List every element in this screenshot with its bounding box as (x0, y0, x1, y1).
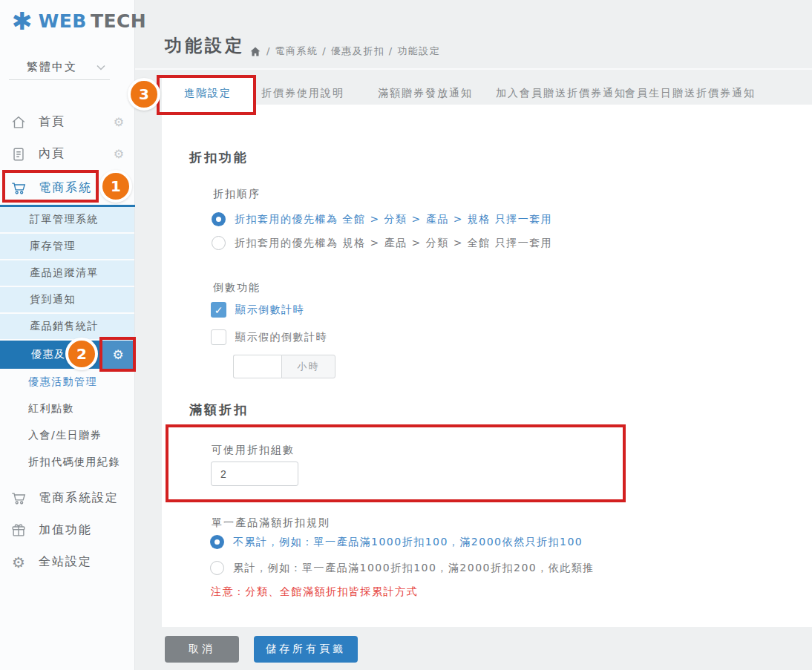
fake-countdown-hours-group: 小時 (233, 355, 335, 378)
group-count-input[interactable] (211, 462, 298, 486)
tab-threshold-coupon-notice[interactable]: 滿額贈券發放通知 (378, 87, 473, 100)
sidebar-item-label: 內頁 (39, 146, 114, 162)
gear-icon[interactable]: ⚙ (114, 115, 124, 129)
sidebar-item-addons[interactable]: 加值功能 (0, 514, 134, 546)
chevron-down-icon (96, 65, 105, 70)
checkbox-label: 顯示假的倒數計時 (235, 331, 327, 344)
radio-priority-site-first[interactable]: 折扣套用的優先權為 全館 > 分類 > 產品 > 規格 只擇一套用 (212, 212, 552, 226)
sidebar-item-label: 庫存管理 (30, 240, 76, 253)
radio-label: 折扣套用的優先權為 規格 > 產品 > 分類 > 全館 只擇一套用 (235, 237, 552, 250)
sidebar-item-label: 首頁 (39, 114, 114, 130)
sidebar-item-label: 訂單管理系統 (30, 213, 99, 226)
divider (135, 68, 812, 70)
cart-icon (10, 490, 27, 507)
gear-icon: ⚙ (112, 347, 123, 362)
section-heading-discount-features: 折扣功能 (189, 149, 249, 166)
logo: ✱ WEBTECH (12, 9, 146, 33)
tab-advanced-settings[interactable]: 進階設定 (184, 87, 232, 100)
app-window: ✱ WEBTECH 繁體中文 首頁 ⚙ 內頁 ⚙ 電商系統 訂單管理系統 庫存管… (0, 0, 812, 670)
sidebar-item-inventory[interactable]: 庫存管理 (0, 234, 134, 259)
save-all-tabs-button[interactable]: 儲存所有頁籤 (254, 636, 358, 663)
sidebar-item-promo-management[interactable]: 優惠活動管理 (0, 369, 134, 395)
sidebar-item-product-tracking[interactable]: 產品追蹤清單 (0, 260, 134, 286)
sidebar-item-arrival-notice[interactable]: 貨到通知 (0, 287, 134, 312)
logo-text-web: WEB (39, 10, 87, 32)
logo-text-tech: TECH (91, 10, 146, 32)
breadcrumb-path: / 電商系統 / 優惠及折扣 / 功能設定 (266, 45, 440, 58)
radio-no-accumulate[interactable]: 不累計，例如：單一產品滿1000折扣100，滿2000依然只折扣100 (210, 535, 583, 549)
sidebar-item-label: 紅利點數 (28, 402, 74, 416)
section-heading-full-discount: 滿額折扣 (189, 401, 249, 418)
logo-text: WEBTECH (39, 10, 147, 32)
hours-unit-addon: 小時 (281, 355, 335, 378)
sidebar-item-site-settings[interactable]: ⚙ 全站設定 (0, 546, 134, 578)
gift-icon (10, 522, 27, 539)
sidebar-item-label: 入會/生日贈券 (28, 429, 102, 442)
checkbox-unchecked-icon (211, 329, 226, 345)
sidebar-item-label: 加值功能 (39, 522, 124, 538)
sidebar-item-bonus-points[interactable]: 紅利點數 (0, 395, 134, 422)
fake-countdown-hours-input[interactable] (233, 355, 281, 378)
radio-unselected-icon (210, 561, 224, 575)
tab-birthday-coupon-notice[interactable]: 會員生日贈送折價券通知 (625, 87, 756, 100)
radio-label: 折扣套用的優先權為 全館 > 分類 > 產品 > 規格 只擇一套用 (235, 213, 552, 226)
single-product-rule-label: 單一產品滿額折扣規則 (212, 516, 330, 530)
content-panel: 折扣功能 折扣順序 折扣套用的優先權為 全館 > 分類 > 產品 > 規格 只擇… (162, 105, 812, 627)
breadcrumb: / 電商系統 / 優惠及折扣 / 功能設定 (249, 45, 440, 58)
radio-selected-icon (210, 535, 224, 549)
checkbox-show-countdown[interactable]: ✓ 顯示倒數計時 (211, 302, 304, 318)
sidebar-item-label: 產品銷售統計 (30, 320, 99, 333)
sidebar-item-label: 優惠活動管理 (28, 375, 97, 389)
discounts-settings-gear-button[interactable]: ⚙ (102, 341, 134, 369)
sidebar-item-ecommerce[interactable]: 電商系統 (0, 172, 134, 204)
sidebar-item-label: 貨到通知 (30, 293, 76, 306)
sidebar-item-label: 折扣代碼使用紀錄 (28, 456, 120, 469)
language-selector-value: 繁體中文 (27, 60, 77, 74)
radio-label: 累計，例如：單一產品滿1000折扣100，滿2000折扣200，依此類推 (233, 562, 595, 575)
sidebar-item-label: 產品追蹤清單 (30, 266, 99, 280)
accumulate-note: 注意：分類、全館滿額折扣皆採累計方式 (211, 585, 418, 599)
radio-accumulate[interactable]: 累計，例如：單一產品滿1000折扣100，滿2000折扣200，依此類推 (210, 561, 595, 575)
sidebar-item-home[interactable]: 首頁 ⚙ (0, 106, 134, 138)
radio-priority-spec-first[interactable]: 折扣套用的優先權為 規格 > 產品 > 分類 > 全館 只擇一套用 (212, 236, 552, 250)
countdown-label: 倒數功能 (213, 281, 261, 295)
checkbox-checked-icon: ✓ (211, 302, 226, 318)
language-selector[interactable]: 繁體中文 (9, 55, 110, 80)
sidebar-item-label: 全站設定 (39, 554, 124, 570)
sidebar-item-sales-stats[interactable]: 產品銷售統計 (0, 314, 134, 339)
page-title: 功能設定 (165, 34, 245, 57)
sidebar-item-join-birthday-coupon[interactable]: 入會/生日贈券 (0, 422, 134, 449)
cart-icon (10, 180, 27, 197)
tab-coupon-instructions[interactable]: 折價券使用說明 (261, 87, 344, 100)
home-icon (249, 46, 261, 57)
document-icon (10, 146, 27, 162)
group-count-label: 可使用折扣組數 (212, 444, 295, 457)
logo-asterisk-icon: ✱ (12, 9, 33, 33)
discount-order-label: 折扣順序 (213, 188, 261, 201)
radio-label: 不累計，例如：單一產品滿1000折扣100，滿2000依然只折扣100 (233, 536, 583, 549)
sidebar: ✱ WEBTECH 繁體中文 首頁 ⚙ 內頁 ⚙ 電商系統 訂單管理系統 庫存管… (0, 0, 135, 670)
checkbox-label: 顯示倒數計時 (235, 303, 304, 317)
sidebar-item-discount-code-history[interactable]: 折扣代碼使用紀錄 (0, 449, 134, 476)
sidebar-item-label: 電商系統 (39, 180, 124, 196)
gear-icon[interactable]: ⚙ (114, 147, 124, 161)
sidebar-item-ecommerce-settings[interactable]: 電商系統設定 (0, 482, 134, 514)
tab-join-member-coupon-notice[interactable]: 加入會員贈送折價券通知 (496, 87, 626, 100)
radio-selected-icon (212, 212, 226, 226)
home-icon (10, 114, 27, 131)
gear-icon: ⚙ (10, 554, 27, 571)
radio-unselected-icon (212, 236, 226, 250)
checkbox-show-fake-countdown[interactable]: 顯示假的倒數計時 (211, 329, 327, 345)
cancel-button[interactable]: 取消 (165, 636, 239, 663)
sidebar-item-label: 電商系統設定 (39, 490, 124, 506)
sidebar-item-label: 優惠及折扣 (31, 348, 89, 361)
sidebar-item-order-management[interactable]: 訂單管理系統 (0, 207, 134, 232)
sidebar-item-inner-page[interactable]: 內頁 ⚙ (0, 138, 134, 170)
